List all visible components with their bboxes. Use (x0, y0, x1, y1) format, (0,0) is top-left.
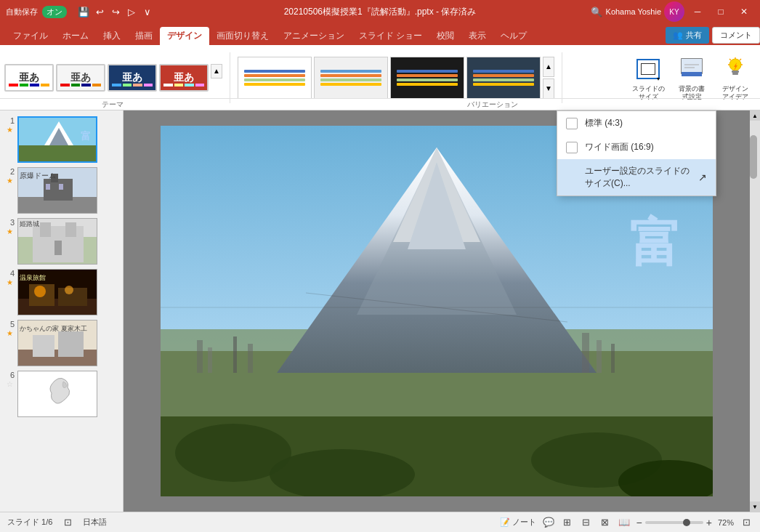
slide-thumb-6[interactable] (17, 371, 97, 417)
window-title: 20210506模擬授業1『読解活動』.pptx - 保存済み (284, 6, 477, 18)
slide-thumb-1[interactable]: KY 富 (17, 116, 97, 163)
comment-status-icon[interactable]: 💬 (542, 516, 555, 529)
close-button[interactable]: ✕ (734, 1, 754, 22)
user-avatar[interactable]: KY (664, 1, 684, 22)
slide-item-4[interactable]: 4 ★ 温泉旅館 (4, 269, 118, 315)
slide-thumb-3[interactable]: 姫路城 (17, 218, 97, 265)
dropdown-check-standard (566, 118, 578, 129)
tab-insert[interactable]: 挿入 (96, 27, 128, 45)
fit-icon[interactable]: ⊡ (61, 516, 74, 529)
outline-view-icon[interactable]: ⊟ (580, 516, 593, 529)
design-ideas-button[interactable]: デザインアイデア (715, 52, 756, 104)
slide-item-5[interactable]: 5 ★ かちゃんの家 夏家木工 (4, 320, 118, 366)
dropdown-label-widescreen: ワイド画面 (16:9) (585, 141, 654, 153)
svg-rect-24 (59, 184, 63, 190)
zoom-out-button[interactable]: − (636, 517, 642, 528)
variations-section-label: バリエーション (225, 99, 760, 110)
share-button[interactable]: 👥 共有 (666, 27, 709, 44)
slide-number-1: 1 (4, 116, 15, 125)
svg-rect-41 (18, 350, 97, 366)
more-icon[interactable]: ∨ (141, 5, 154, 18)
variation-scroll[interactable]: ▲ ▼ (543, 57, 554, 99)
present-icon[interactable]: ▷ (125, 5, 138, 18)
theme-thumb-1[interactable]: 亜あ (4, 64, 54, 92)
svg-rect-31 (54, 241, 62, 255)
notes-button[interactable]: 📝 ノート (500, 517, 536, 528)
tab-draw[interactable]: 描画 (128, 27, 160, 45)
tab-home[interactable]: ホーム (55, 27, 96, 45)
dropdown-item-custom[interactable]: ユーザー設定のスライドのサイズ(C)... ↗ (557, 159, 716, 196)
svg-rect-59 (597, 340, 602, 373)
notes-label: ノート (512, 517, 536, 528)
variation-thumb-4[interactable] (466, 57, 541, 99)
slide-panel[interactable]: 1 ★ KY 富 2 ★ (0, 110, 124, 512)
slide-size-icon: ▾ (635, 55, 661, 84)
theme-thumb-3[interactable]: 亜あ (108, 64, 157, 92)
dropdown-item-widescreen[interactable]: ワイド画面 (16:9) (557, 135, 716, 159)
slide-info: スライド 1/6 (7, 517, 52, 528)
vertical-scrollbar[interactable]: ▲ ▼ (750, 110, 760, 512)
variation-thumb-2[interactable] (314, 57, 388, 99)
theme-thumb-2[interactable]: 亜あ (56, 64, 105, 92)
tab-file[interactable]: ファイル (6, 27, 55, 45)
slide-size-dropdown: 標準 (4:3) ワイド画面 (16:9) ユーザー設定のスライドのサイズ(C)… (557, 110, 716, 196)
comment-button[interactable]: コメント (712, 27, 760, 44)
dropdown-item-standard[interactable]: 標準 (4:3) (557, 111, 716, 135)
slide-thumb-2[interactable]: 原爆ドーム (17, 167, 97, 214)
slide-thumb-5[interactable]: かちゃんの家 夏家木工 (17, 320, 97, 366)
svg-rect-55 (208, 347, 212, 373)
slide-item-1[interactable]: 1 ★ KY 富 (4, 116, 118, 163)
fit-window-button[interactable]: ⊡ (740, 516, 753, 529)
svg-line-9 (740, 59, 741, 60)
svg-rect-2 (682, 72, 702, 76)
tab-design[interactable]: デザイン (160, 27, 209, 45)
minimize-button[interactable]: ─ (687, 1, 708, 22)
tab-animations[interactable]: アニメーション (276, 27, 352, 45)
slide-number-6: 6 (4, 371, 15, 379)
variation-thumb-1[interactable] (238, 57, 312, 99)
scroll-thumb[interactable] (750, 135, 757, 179)
slide-star-4: ★ (7, 278, 13, 286)
tab-view[interactable]: 表示 (461, 27, 493, 45)
ribbon-tab-right: 👥 共有 コメント (666, 27, 760, 45)
search-icon[interactable]: 🔍 (590, 5, 603, 18)
zoom-in-button[interactable]: + (706, 517, 712, 528)
reading-view-icon[interactable]: 📖 (618, 516, 631, 529)
title-bar-right: 🔍 Kohama Yoshie KY ─ □ ✕ (590, 1, 754, 22)
slide-size-button[interactable]: ▾ スライドのサイズ (628, 52, 668, 104)
tab-help[interactable]: ヘルプ (493, 27, 534, 45)
slide-thumb-4[interactable]: 温泉旅館 (17, 269, 97, 315)
tab-transitions[interactable]: 画面切り替え (209, 27, 276, 45)
svg-line-11 (729, 59, 731, 60)
language-info: 日本語 (83, 517, 107, 528)
svg-rect-29 (40, 222, 51, 237)
bg-format-button[interactable]: 背景の書式設定 (671, 52, 712, 104)
dropdown-label-custom: ユーザー設定のスライドのサイズ(C)... (566, 165, 691, 190)
section-divider-2 (562, 52, 562, 103)
tab-slideshow[interactable]: スライド ショー (352, 27, 429, 45)
redo-icon[interactable]: ↪ (109, 5, 122, 18)
zoom-slider[interactable] (645, 521, 703, 524)
ribbon-right-section: ▾ スライドのサイズ 背景の書式設定 (628, 52, 756, 104)
slide-item-2[interactable]: 2 ★ 原爆ドーム (4, 167, 118, 214)
undo-icon[interactable]: ↩ (93, 5, 106, 18)
slide-star-3: ★ (7, 227, 13, 235)
variation-thumb-3[interactable] (390, 57, 464, 99)
scroll-up-button[interactable]: ▲ (750, 110, 760, 121)
themes-scroll-up[interactable]: ▲ (211, 64, 222, 78)
svg-text:姫路城: 姫路城 (20, 220, 39, 227)
slide-number-2: 2 (4, 167, 15, 176)
tab-review[interactable]: 校閲 (429, 27, 461, 45)
slide-sorter-icon[interactable]: ⊠ (599, 516, 612, 529)
theme-thumb-4[interactable]: 亜あ (159, 64, 209, 92)
autosave-toggle[interactable]: オン (42, 6, 67, 18)
save-icon[interactable]: 💾 (77, 5, 90, 18)
maximize-button[interactable]: □ (711, 1, 731, 22)
slide-item-3[interactable]: 3 ★ 姫路城 (4, 218, 118, 265)
scroll-down-button[interactable]: ▼ (750, 501, 760, 512)
normal-view-icon[interactable]: ⊞ (561, 516, 574, 529)
svg-text:原爆ドーム: 原爆ドーム (20, 172, 56, 180)
zoom-slider-container[interactable]: − + (636, 517, 712, 528)
slide-item-6[interactable]: 6 ☆ (4, 371, 118, 417)
svg-rect-6 (732, 70, 739, 73)
